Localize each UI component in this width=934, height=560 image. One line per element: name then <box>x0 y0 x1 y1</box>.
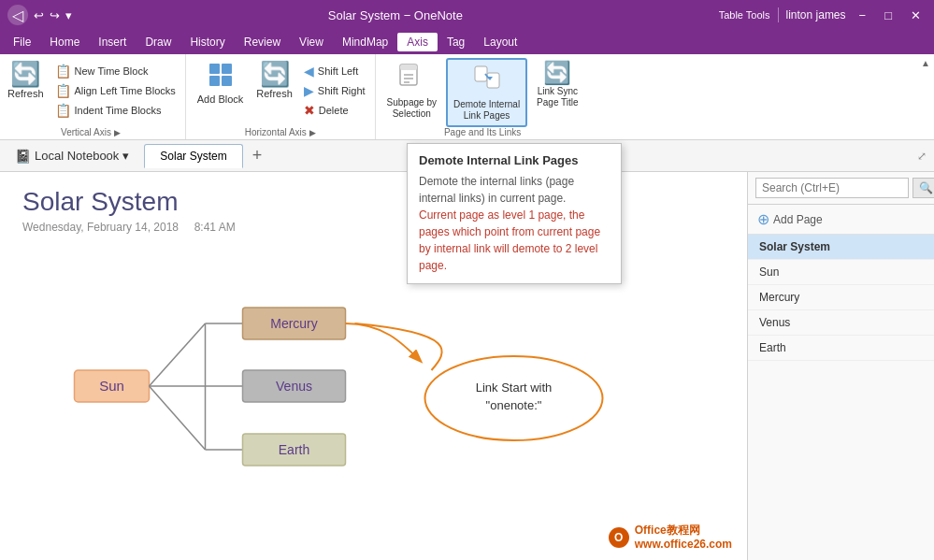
content-area: Solar System Wednesday, February 14, 201… <box>0 172 747 560</box>
add-page-icon: ⊕ <box>757 210 769 228</box>
refresh-h-label: Refresh <box>256 88 293 99</box>
add-block-label: Add Block <box>197 93 244 105</box>
title-bar: ◁ ↩ ↪ ▾ Solar System − OneNote Table Too… <box>0 0 934 30</box>
menu-review[interactable]: Review <box>235 33 290 51</box>
indent-time-icon: 📋 <box>55 103 71 118</box>
ribbon: 🔄 Refresh 📋 New Time Block 📋 Align Left … <box>0 54 934 140</box>
menu-file[interactable]: File <box>4 33 40 51</box>
vertical-axis-group: 🔄 Refresh 📋 New Time Block 📋 Align Left … <box>0 54 186 139</box>
page-list-item-sun[interactable]: Sun <box>748 260 934 285</box>
horizontal-axis-content: Add Block 🔄 Refresh ◀ Shift Left ▶ Shift… <box>192 58 369 127</box>
title-bar-left: ◁ ↩ ↪ ▾ <box>7 5 72 25</box>
menu-mindmap[interactable]: MindMap <box>333 33 397 51</box>
shift-right-label: Shift Right <box>318 85 366 96</box>
tooltip: Demote Internal Link Pages Demote the in… <box>407 143 622 284</box>
page-list-item-earth[interactable]: Earth <box>748 336 934 361</box>
menu-bar: File Home Insert Draw History Review Vie… <box>0 30 934 54</box>
ribbon-collapse-button[interactable]: ▲ <box>921 58 930 68</box>
subpage-icon <box>396 62 426 95</box>
delete-label: Delete <box>319 105 349 116</box>
refresh-large-icon: 🔄 <box>10 62 40 86</box>
demote-internal-icon <box>472 64 502 97</box>
table-tools-label: Table Tools <box>719 9 770 21</box>
new-time-block-button[interactable]: 📋 New Time Block <box>51 62 180 80</box>
add-block-button[interactable]: Add Block <box>192 58 250 108</box>
delete-button[interactable]: ✖ Delete <box>300 101 369 120</box>
indent-time-blocks-button[interactable]: 📋 Indent Time Blocks <box>51 101 180 120</box>
menu-tag[interactable]: Tag <box>438 33 474 51</box>
notebook-name[interactable]: 📓 Local Notebook ▾ <box>7 145 137 167</box>
svg-line-17 <box>150 386 206 450</box>
title-bar-controls: Table Tools linton james − □ ✕ <box>719 7 927 24</box>
svg-rect-3 <box>222 76 232 86</box>
add-page-button[interactable]: ⊕ Add Page <box>748 205 934 235</box>
page-links-label: Page and Its Links <box>444 127 521 139</box>
notebook-label: Local Notebook <box>35 149 119 163</box>
back-button[interactable]: ◁ <box>7 5 28 25</box>
refresh-h-icon: 🔄 <box>260 62 290 86</box>
align-left-label: Align Left Time Blocks <box>75 85 176 96</box>
shift-right-icon: ▶ <box>304 83 314 98</box>
menu-history[interactable]: History <box>180 33 234 51</box>
horizontal-axis-group: Add Block 🔄 Refresh ◀ Shift Left ▶ Shift… <box>186 54 376 139</box>
subpage-by-selection-button[interactable]: Subpage bySelection <box>381 58 442 123</box>
subpage-label: Subpage bySelection <box>387 97 437 120</box>
menu-insert[interactable]: Insert <box>89 33 136 51</box>
watermark-line2: www.office26.com <box>635 538 732 553</box>
demote-label: Demote InternalLink Pages <box>453 99 520 122</box>
menu-view[interactable]: View <box>290 33 333 51</box>
align-left-icon: 📋 <box>55 83 71 98</box>
refresh-h-button[interactable]: 🔄 Refresh <box>251 58 298 103</box>
vertical-axis-label: Vertical Axis ▶ <box>61 127 121 139</box>
svg-rect-10 <box>487 73 499 88</box>
mindmap-svg: Sun Mercury Venus Earth <box>22 249 725 492</box>
svg-text:Venus: Venus <box>276 379 312 394</box>
page-date-value: Wednesday, February 14, 2018 <box>22 221 179 234</box>
page-list-item-solar-system[interactable]: Solar System <box>748 235 934 260</box>
link-sync-label: Link SyncPage Title <box>537 86 578 108</box>
add-tab-button[interactable]: + <box>247 144 268 167</box>
watermark: O Office教程网 www.office26.com <box>601 520 740 556</box>
search-button[interactable]: 🔍 <box>912 178 934 198</box>
page-list-item-mercury[interactable]: Mercury <box>748 285 934 310</box>
redo-button[interactable]: ↪ <box>50 8 60 22</box>
menu-axis[interactable]: Axis <box>397 33 438 51</box>
close-button[interactable]: ✕ <box>905 7 927 24</box>
page-links-group: Subpage bySelection Demote InternalLink … <box>376 54 590 139</box>
shift-left-icon: ◀ <box>304 64 314 79</box>
notebook-chevron: ▾ <box>122 149 129 163</box>
new-time-block-label: New Time Block <box>75 65 149 77</box>
restore-button[interactable]: □ <box>879 7 898 24</box>
user-name: linton james <box>786 8 846 22</box>
shift-left-label: Shift Left <box>318 65 358 77</box>
page-links-content: Subpage bySelection Demote InternalLink … <box>381 58 584 127</box>
search-input[interactable] <box>755 178 909 198</box>
window-title: Solar System − OneNote <box>72 8 719 22</box>
menu-layout[interactable]: Layout <box>474 33 526 51</box>
undo-button[interactable]: ↩ <box>34 8 44 22</box>
align-left-blocks-button[interactable]: 📋 Align Left Time Blocks <box>51 81 180 100</box>
svg-text:Mercury: Mercury <box>270 316 318 331</box>
svg-rect-5 <box>400 65 417 70</box>
quick-access-button[interactable]: ▾ <box>65 8 72 22</box>
tooltip-body: Demote the internal links (page internal… <box>419 173 610 274</box>
minimize-button[interactable]: − <box>854 7 872 24</box>
link-sync-page-title-button[interactable]: 🔄 Link SyncPage Title <box>531 58 583 112</box>
page-time-value: 8:41 AM <box>194 221 236 234</box>
demote-internal-link-button[interactable]: Demote InternalLink Pages <box>446 58 527 127</box>
menu-home[interactable]: Home <box>40 33 89 51</box>
add-page-label: Add Page <box>773 213 823 226</box>
tooltip-highlight: Current page as level 1 page, the pages … <box>419 208 600 272</box>
refresh-large-button[interactable]: 🔄 Refresh <box>2 58 50 103</box>
shift-right-button[interactable]: ▶ Shift Right <box>300 81 369 100</box>
vertical-axis-col: 📋 New Time Block 📋 Align Left Time Block… <box>51 58 180 120</box>
shift-left-button[interactable]: ◀ Shift Left <box>300 62 369 80</box>
svg-text:"onenote:": "onenote:" <box>486 398 542 412</box>
page-tab-solar-system[interactable]: Solar System <box>144 144 242 168</box>
horizontal-axis-label: Horizontal Axis ▶ <box>245 127 316 139</box>
svg-text:Link Start with: Link Start with <box>476 381 553 395</box>
link-sync-icon: 🔄 <box>543 62 571 84</box>
page-list-item-venus[interactable]: Venus <box>748 310 934 336</box>
menu-draw[interactable]: Draw <box>136 33 180 51</box>
expand-content-button[interactable]: ⤢ <box>917 150 927 163</box>
